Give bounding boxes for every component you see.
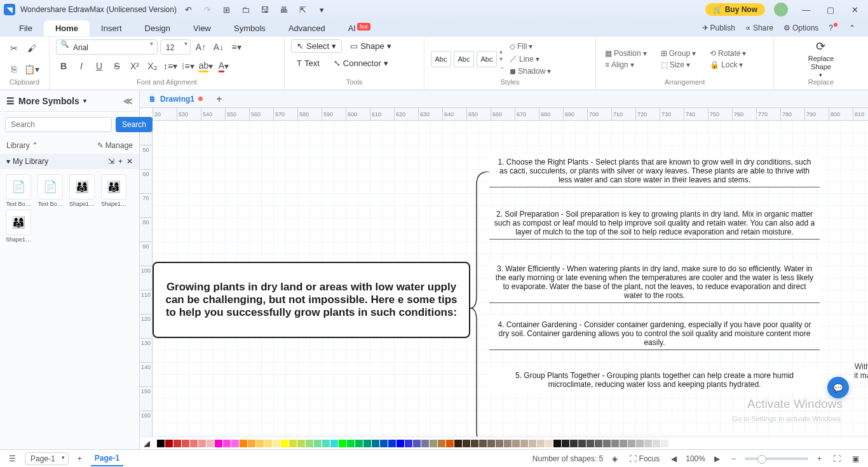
- color-swatch[interactable]: [372, 440, 379, 447]
- color-swatch[interactable]: [207, 440, 214, 447]
- bold-button[interactable]: B: [56, 58, 71, 74]
- color-swatch[interactable]: [314, 440, 322, 447]
- color-swatch[interactable]: [231, 440, 239, 447]
- color-swatch[interactable]: [215, 440, 222, 447]
- manage-button[interactable]: ✎ Manage: [97, 141, 133, 150]
- focus-button[interactable]: ⛶ Focus: [627, 453, 662, 464]
- color-swatch[interactable]: [512, 440, 520, 447]
- menu-design[interactable]: Design: [133, 20, 182, 36]
- select-tool[interactable]: ↖Select▾: [291, 39, 342, 53]
- lib-close-icon[interactable]: ✕: [126, 157, 133, 166]
- color-swatch[interactable]: [182, 440, 189, 447]
- color-swatch[interactable]: [388, 440, 396, 447]
- color-swatch[interactable]: [289, 440, 297, 447]
- color-swatch[interactable]: [603, 440, 611, 447]
- my-library-header[interactable]: ▾My Library ⇲ + ✕: [0, 154, 139, 169]
- list-item[interactable]: 👨‍👩‍👧Shape1…: [99, 174, 128, 207]
- color-swatch[interactable]: [198, 440, 206, 447]
- color-swatch[interactable]: [430, 440, 437, 447]
- color-swatch[interactable]: [504, 440, 512, 447]
- share-button[interactable]: ∝Share: [740, 21, 778, 35]
- menu-view[interactable]: View: [182, 20, 222, 36]
- new-button[interactable]: ⊞: [220, 3, 234, 17]
- color-swatch[interactable]: [223, 440, 231, 447]
- next-page-button[interactable]: ▶: [712, 453, 722, 464]
- shadow-button[interactable]: ◼ Shadow▾: [507, 66, 553, 76]
- color-swatch[interactable]: [297, 440, 305, 447]
- tip-shape[interactable]: 3. Water Efficiently - When watering pla…: [489, 262, 820, 303]
- color-swatch[interactable]: [273, 440, 280, 447]
- color-swatch[interactable]: [644, 440, 652, 447]
- search-button[interactable]: Search: [116, 117, 153, 132]
- style-preset-2[interactable]: Abc: [454, 51, 474, 67]
- paste-button[interactable]: 📋▾: [24, 62, 39, 77]
- list-item[interactable]: 👨‍👩‍👧Shape1…: [67, 174, 97, 207]
- library-dropdown[interactable]: Library ⌃: [6, 141, 38, 150]
- color-swatch[interactable]: [165, 440, 173, 447]
- color-swatch[interactable]: [454, 440, 462, 447]
- page-selector[interactable]: Page-1: [25, 452, 69, 465]
- color-swatch[interactable]: [347, 440, 355, 447]
- color-swatch[interactable]: [463, 440, 470, 447]
- tip-shape[interactable]: 1. Choose the Right Plants - Select plan…: [489, 155, 820, 187]
- connector-tool[interactable]: ⤡Connector▾: [328, 57, 394, 70]
- color-swatch[interactable]: [322, 440, 330, 447]
- color-swatch[interactable]: [570, 440, 578, 447]
- color-swatch[interactable]: [669, 440, 677, 447]
- color-swatch[interactable]: [190, 440, 198, 447]
- minimize-button[interactable]: —: [797, 3, 816, 17]
- strike-button[interactable]: S: [109, 58, 125, 74]
- copy-button[interactable]: ⎘: [6, 62, 22, 77]
- color-swatch[interactable]: [653, 440, 660, 447]
- menu-insert[interactable]: Insert: [90, 20, 133, 36]
- menu-symbols[interactable]: Symbols: [222, 20, 277, 36]
- color-swatch[interactable]: [355, 440, 363, 447]
- color-swatch[interactable]: [256, 440, 264, 447]
- print-button[interactable]: 🖶: [277, 3, 291, 17]
- rotate-button[interactable]: ⟲ Rotate▾: [707, 48, 749, 58]
- collapse-ribbon-button[interactable]: ⌃: [844, 21, 860, 35]
- bullets-button[interactable]: ⁝≡▾: [180, 58, 196, 74]
- font-size-select[interactable]: 12: [160, 39, 191, 55]
- color-swatch[interactable]: [405, 440, 412, 447]
- cut-button[interactable]: ✂: [6, 41, 22, 56]
- color-swatch[interactable]: [397, 440, 404, 447]
- color-swatch[interactable]: [545, 440, 553, 447]
- color-swatch[interactable]: [306, 440, 313, 447]
- help-button[interactable]: ?: [824, 21, 844, 35]
- menu-home[interactable]: Home: [44, 20, 90, 36]
- main-text-shape[interactable]: Growing plants in dry land or areas with…: [153, 262, 470, 338]
- menu-ai[interactable]: AIhot: [337, 20, 382, 36]
- export-button[interactable]: ⇱: [296, 3, 310, 17]
- position-button[interactable]: ▦ Position▾: [602, 48, 649, 58]
- menu-file[interactable]: File: [8, 20, 44, 36]
- buy-now-button[interactable]: 🛒Buy Now: [705, 3, 765, 16]
- style-preset-1[interactable]: Abc: [431, 51, 451, 67]
- undo-button[interactable]: ↶: [182, 3, 196, 17]
- color-swatch[interactable]: [636, 440, 644, 447]
- color-swatch[interactable]: [611, 440, 619, 447]
- document-tab[interactable]: 🗎 Drawing1: [140, 92, 212, 106]
- bracket-connector[interactable]: [470, 172, 489, 439]
- color-swatch[interactable]: [438, 440, 445, 447]
- color-picker-icon[interactable]: ◢: [144, 438, 154, 448]
- format-painter-button[interactable]: 🖌: [24, 41, 39, 56]
- align-button[interactable]: ≡▾: [229, 39, 244, 55]
- redo-button[interactable]: ↷: [201, 3, 215, 17]
- color-swatch[interactable]: [421, 440, 429, 447]
- color-swatch[interactable]: [661, 440, 668, 447]
- tip-shape[interactable]: 5. Group Plants Together - Grouping plan…: [489, 369, 820, 391]
- drawing-canvas[interactable]: Growing plants in dry land or areas with…: [153, 121, 868, 439]
- color-swatch[interactable]: [578, 440, 586, 447]
- chat-assistant-button[interactable]: 💬: [827, 377, 849, 398]
- color-swatch[interactable]: [264, 440, 272, 447]
- close-button[interactable]: ✕: [845, 3, 864, 17]
- color-swatch[interactable]: [330, 440, 338, 447]
- font-color-button[interactable]: A▾: [216, 58, 231, 74]
- page-tab[interactable]: Page-1: [91, 451, 123, 466]
- add-tab-button[interactable]: +: [212, 91, 227, 107]
- zoom-in-button[interactable]: +: [815, 453, 824, 464]
- group-button[interactable]: ⊞ Group▾: [658, 48, 698, 58]
- search-input[interactable]: [5, 117, 112, 132]
- add-page-button[interactable]: +: [75, 453, 85, 464]
